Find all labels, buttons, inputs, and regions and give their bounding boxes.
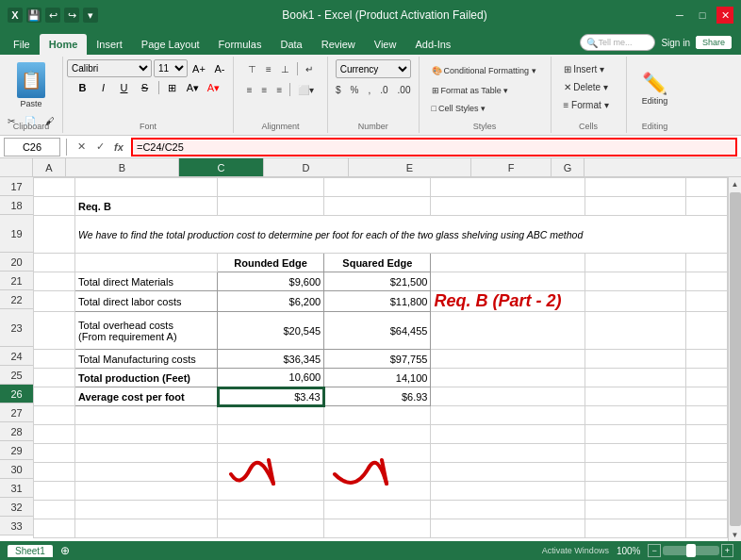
- tab-review[interactable]: Review: [312, 34, 365, 55]
- cell-e33[interactable]: [431, 519, 585, 538]
- cell-a21[interactable]: [34, 272, 75, 291]
- redo-icon[interactable]: ↪: [64, 8, 79, 23]
- format-as-table-button[interactable]: ⊞ Format as Table ▾: [427, 81, 514, 99]
- cell-a33[interactable]: [34, 519, 75, 538]
- cell-g29[interactable]: [685, 444, 727, 463]
- increase-font-button[interactable]: A+: [189, 60, 208, 77]
- cell-d20[interactable]: Squared Edge: [324, 254, 431, 272]
- cell-c24[interactable]: $36,345: [218, 350, 324, 369]
- currency-button[interactable]: $: [332, 80, 345, 99]
- cell-d31[interactable]: [324, 482, 431, 501]
- cell-c28[interactable]: [218, 425, 324, 444]
- formula-input[interactable]: [131, 138, 737, 156]
- cell-d32[interactable]: [324, 501, 431, 519]
- align-left-button[interactable]: ≡: [243, 80, 256, 99]
- row-num-18[interactable]: 18: [0, 196, 33, 215]
- border-button[interactable]: ⊞: [163, 79, 182, 96]
- cell-g17[interactable]: [685, 178, 727, 197]
- customize-icon[interactable]: ▾: [83, 8, 98, 23]
- cell-b32[interactable]: [75, 501, 218, 519]
- decrease-decimal-button[interactable]: .0: [376, 80, 391, 99]
- sign-in-link[interactable]: Sign in: [661, 38, 690, 48]
- cell-e25[interactable]: [431, 369, 585, 387]
- cell-c27[interactable]: [218, 406, 324, 425]
- tell-me-input[interactable]: [598, 38, 650, 47]
- cell-d22[interactable]: $11,800: [324, 291, 431, 312]
- cell-c21[interactable]: $9,600: [218, 272, 324, 291]
- cell-e30[interactable]: [431, 463, 585, 482]
- cell-a23[interactable]: [34, 312, 75, 350]
- cell-a27[interactable]: [34, 406, 75, 425]
- cell-d18[interactable]: [324, 197, 431, 216]
- formula-fx-icon[interactable]: fx: [110, 139, 127, 156]
- row-num-19[interactable]: 19: [0, 215, 33, 253]
- col-header-g[interactable]: G: [552, 158, 585, 176]
- cell-f26[interactable]: [585, 387, 685, 406]
- bold-button[interactable]: B: [74, 79, 92, 96]
- cell-b28[interactable]: [75, 425, 218, 444]
- cell-d27[interactable]: [324, 406, 431, 425]
- cell-e26[interactable]: [431, 387, 585, 406]
- cell-b22[interactable]: Total direct labor costs: [75, 291, 218, 312]
- cell-b20[interactable]: [75, 254, 218, 272]
- cell-c25[interactable]: 10,600: [218, 369, 324, 387]
- cell-g31[interactable]: [685, 482, 727, 501]
- cell-a24[interactable]: [34, 350, 75, 369]
- cell-e24[interactable]: [431, 350, 585, 369]
- decrease-font-button[interactable]: A-: [210, 60, 229, 77]
- cell-c30[interactable]: [218, 463, 324, 482]
- delete-button[interactable]: ✕ Delete ▾: [559, 78, 613, 96]
- row-num-29[interactable]: 29: [0, 441, 33, 460]
- strikethrough-button[interactable]: S: [136, 79, 155, 96]
- cell-d33[interactable]: [324, 519, 431, 538]
- cell-a20[interactable]: [34, 254, 75, 272]
- col-header-c[interactable]: C: [179, 158, 264, 176]
- cell-b26[interactable]: Average cost per foot: [75, 387, 218, 406]
- cell-d21[interactable]: $21,500: [324, 272, 431, 291]
- cell-g20[interactable]: [685, 254, 727, 272]
- cell-c32[interactable]: [218, 501, 324, 519]
- cell-f30[interactable]: [585, 463, 685, 482]
- cell-g22[interactable]: [685, 291, 727, 312]
- cell-a29[interactable]: [34, 444, 75, 463]
- col-header-e[interactable]: E: [349, 158, 471, 176]
- cell-f33[interactable]: [585, 519, 685, 538]
- cell-f21[interactable]: [585, 272, 685, 291]
- cell-a25[interactable]: [34, 369, 75, 387]
- sheet-tab[interactable]: Sheet1: [8, 545, 53, 557]
- cell-f27[interactable]: [585, 406, 685, 425]
- tab-file[interactable]: File: [4, 34, 40, 55]
- cell-f24[interactable]: [585, 350, 685, 369]
- cell-e21[interactable]: [431, 272, 585, 291]
- cell-a28[interactable]: [34, 425, 75, 444]
- cell-g18[interactable]: [685, 197, 727, 216]
- cell-c23[interactable]: $20,545: [218, 312, 324, 350]
- font-size-select[interactable]: 11: [154, 59, 188, 77]
- paste-button[interactable]: 📋 Paste: [14, 59, 48, 110]
- row-num-30[interactable]: 30: [0, 460, 33, 479]
- align-bottom-button[interactable]: ⊥: [277, 59, 293, 78]
- close-button[interactable]: ✕: [716, 7, 733, 24]
- cell-b29[interactable]: [75, 444, 218, 463]
- cell-d25[interactable]: 14,100: [324, 369, 431, 387]
- row-num-17[interactable]: 17: [0, 177, 33, 196]
- row-num-22[interactable]: 22: [0, 290, 33, 309]
- align-top-button[interactable]: ⊤: [244, 59, 260, 78]
- corner-cell[interactable]: [0, 158, 33, 176]
- scroll-up-arrow[interactable]: ▲: [729, 177, 742, 190]
- cell-a30[interactable]: [34, 463, 75, 482]
- cell-d24[interactable]: $97,755: [324, 350, 431, 369]
- cell-c29[interactable]: [218, 444, 324, 463]
- cell-b17[interactable]: [75, 178, 218, 197]
- comma-button[interactable]: ,: [364, 80, 374, 99]
- increase-decimal-button[interactable]: .00: [394, 80, 415, 99]
- cell-a31[interactable]: [34, 482, 75, 501]
- cell-f32[interactable]: [585, 501, 685, 519]
- cell-c31[interactable]: [218, 482, 324, 501]
- tab-data[interactable]: Data: [271, 34, 311, 55]
- cell-d23[interactable]: $64,455: [324, 312, 431, 350]
- cell-b24[interactable]: Total Manufacturing costs: [75, 350, 218, 369]
- cell-g32[interactable]: [685, 501, 727, 519]
- save-icon[interactable]: 💾: [26, 8, 41, 23]
- col-header-f[interactable]: F: [471, 158, 552, 176]
